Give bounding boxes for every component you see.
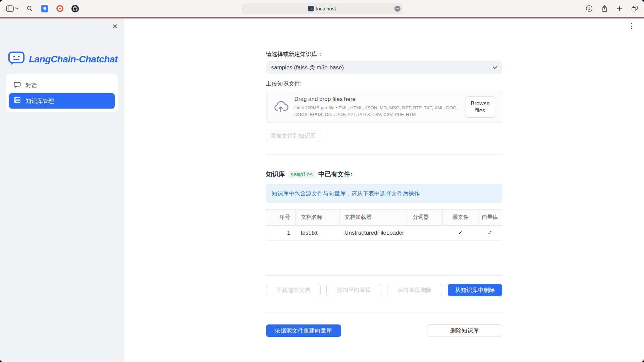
chatchat-logo-icon (8, 51, 25, 68)
github-icon (71, 5, 79, 12)
url-text: localhost (316, 6, 336, 11)
chat-bubble-icon (14, 81, 21, 90)
kebab-icon: ⋮ (628, 22, 635, 30)
download-icon (586, 5, 593, 12)
chevron-down-icon (493, 66, 497, 69)
upload-label: 上传知识文件: (266, 80, 502, 87)
database-stack-icon (14, 97, 21, 105)
plus-icon (616, 6, 623, 12)
column-header-index[interactable]: 序号 (266, 209, 296, 225)
ellipsis-icon: ⋯ (396, 6, 399, 10)
column-header-vector[interactable]: 向量库 (478, 209, 502, 225)
sidebar-menu: 对话 知识库管理 (6, 74, 118, 112)
extension-orange-button[interactable] (56, 5, 63, 12)
shield-extension-icon (41, 5, 48, 12)
app-menu-button[interactable]: ⋮ (628, 22, 635, 30)
github-button[interactable] (71, 5, 79, 12)
dropzone-title: Drag and drop files here (294, 96, 460, 103)
download-selected-button[interactable]: 下载选中文档 (266, 284, 321, 296)
sidebar-item-label: 知识库管理 (25, 97, 54, 105)
page-settings-button[interactable]: ⋯ (394, 6, 400, 12)
kb-select-label: 请选择或新建知识库： (266, 50, 502, 58)
cloud-upload-icon (273, 100, 288, 114)
toolbar-right-group (586, 5, 638, 12)
kb-select[interactable]: samples (faiss @ m3e-base) (266, 61, 502, 74)
delete-from-kb-button[interactable]: 从知识库中删除 (448, 284, 502, 296)
table-empty-area (266, 240, 502, 275)
share-icon (601, 5, 608, 12)
remove-from-vector-store-button[interactable]: 从向量库删除 (387, 284, 442, 296)
table-row[interactable]: 1 test.txt UnstructuredFileLoader ✓ ✓ (266, 225, 502, 240)
cell-doc-name: test.txt (296, 225, 339, 240)
add-files-to-kb-button[interactable]: 添加文件到知识库 (266, 130, 320, 142)
dropzone-limit-text: Limit 200MB per file • EML, HTML, JSON, … (294, 105, 460, 118)
browser-window: localhost ⋯ (0, 0, 644, 362)
close-sidebar-button[interactable]: ✕ (112, 23, 118, 30)
file-action-buttons: 下载选中文档 添加至向量库 从向量库删除 从知识库中删除 (266, 284, 502, 296)
new-tab-button[interactable] (616, 6, 623, 12)
info-banner: 知识库中包含源文件与向量库，请从下表中选择文件后操作 (266, 184, 502, 203)
cell-splitter (407, 225, 442, 240)
table-header-row: 序号 文档名称 文档加载器 分词器 源文件 向量库 (266, 209, 502, 225)
tabs-icon (631, 5, 638, 12)
downloads-button[interactable] (586, 5, 593, 12)
share-button[interactable] (601, 5, 608, 12)
column-header-splitter[interactable]: 分词器 (407, 209, 442, 225)
sidebar-item-chat[interactable]: 对话 (9, 78, 115, 93)
cell-index: 1 (266, 225, 296, 240)
dropzone-text: Drag and drop files here Limit 200MB per… (294, 96, 460, 118)
kb-action-buttons: 依据源文件重建向量库 删除知识库 (266, 324, 502, 337)
close-icon: ✕ (112, 23, 118, 30)
delete-kb-button[interactable]: 删除知识库 (427, 324, 502, 337)
rebuild-vector-store-button[interactable]: 依据源文件重建向量库 (266, 324, 341, 337)
main-area: ⋮ 请选择或新建知识库： samples (faiss @ m3e-base) … (124, 18, 644, 362)
sidebar-panel-icon (6, 5, 14, 12)
files-table: 序号 文档名称 文档加载器 分词器 源文件 向量库 1 test (266, 209, 502, 276)
column-header-source[interactable]: 源文件 (442, 209, 478, 225)
extension-blue-button[interactable] (41, 5, 48, 12)
heading-prefix: 知识库 (266, 170, 285, 179)
sidebar-item-label: 对话 (25, 82, 37, 89)
app-logo: LangChain-Chatchat (8, 51, 124, 68)
divider (266, 312, 502, 312)
browse-files-button[interactable]: Browse files (466, 96, 495, 118)
chevron-down-icon (15, 7, 18, 10)
kb-name-code: samples (288, 171, 315, 178)
sidebar-toggle-button[interactable] (6, 5, 18, 12)
address-bar[interactable]: localhost ⋯ (241, 3, 403, 14)
site-favicon (308, 6, 314, 11)
heading-suffix: 中已有文件: (318, 170, 352, 179)
cell-loader: UnstructuredFileLoader (339, 225, 407, 240)
content-column: 请选择或新建知识库： samples (faiss @ m3e-base) 上传… (266, 18, 502, 337)
cell-in-vector: ✓ (478, 225, 502, 240)
column-header-name[interactable]: 文档名称 (296, 209, 339, 225)
ring-extension-icon (56, 5, 63, 12)
column-header-loader[interactable]: 文档加载器 (339, 209, 407, 225)
add-to-vector-store-button[interactable]: 添加至向量库 (326, 284, 381, 296)
search-button[interactable] (26, 5, 33, 12)
search-icon (26, 5, 33, 12)
file-dropzone[interactable]: Drag and drop files here Limit 200MB per… (266, 91, 502, 123)
cell-in-source: ✓ (442, 225, 478, 240)
tab-overview-button[interactable] (631, 5, 638, 12)
sidebar: ✕ LangChain-Chatchat (0, 18, 124, 362)
sidebar-item-kb-management[interactable]: 知识库管理 (9, 93, 115, 109)
toolbar-left-group (6, 5, 79, 12)
browser-toolbar: localhost ⋯ (0, 0, 644, 17)
divider (266, 154, 502, 155)
app-area: ✕ LangChain-Chatchat (0, 18, 644, 362)
kb-select-value: samples (faiss @ m3e-base) (271, 64, 344, 71)
logo-text: LangChain-Chatchat (29, 54, 118, 65)
kb-files-heading: 知识库 samples 中已有文件: (266, 170, 502, 179)
